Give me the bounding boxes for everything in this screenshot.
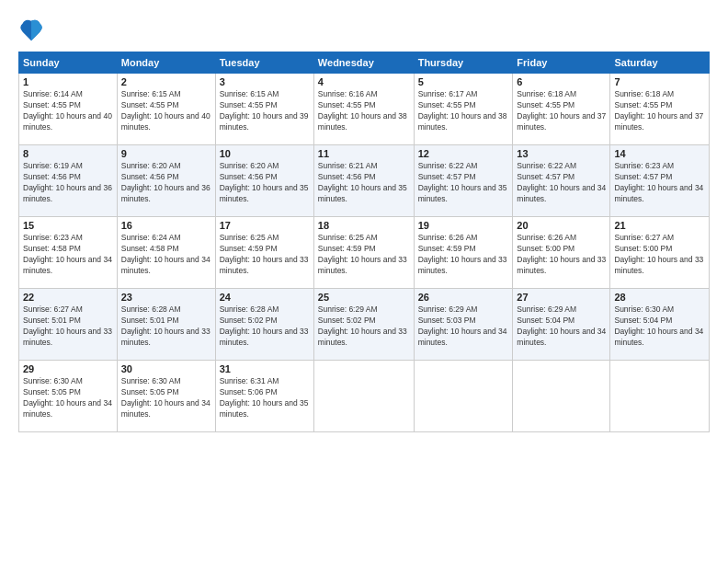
calendar-cell: 18 Sunrise: 6:25 AM Sunset: 4:59 PM Dayl… [313,217,414,289]
day-info: Sunrise: 6:29 AM Sunset: 5:03 PM Dayligh… [418,304,509,349]
logo [18,17,46,42]
calendar-cell: 17 Sunrise: 6:25 AM Sunset: 4:59 PM Dayl… [215,217,313,289]
calendar-cell: 26 Sunrise: 6:29 AM Sunset: 5:03 PM Dayl… [414,289,513,361]
day-number: 4 [318,76,410,87]
day-info: Sunrise: 6:22 AM Sunset: 4:57 PM Dayligh… [418,161,509,205]
day-number: 12 [418,148,509,159]
day-info: Sunrise: 6:21 AM Sunset: 4:56 PM Dayligh… [318,161,410,205]
day-number: 8 [23,148,113,159]
calendar-cell: 15 Sunrise: 6:23 AM Sunset: 4:58 PM Dayl… [19,217,118,289]
calendar-cell: 11 Sunrise: 6:21 AM Sunset: 4:56 PM Dayl… [313,145,414,217]
header-row: SundayMondayTuesdayWednesdayThursdayFrid… [19,52,710,74]
week-row-1: 1 Sunrise: 6:14 AM Sunset: 4:55 PM Dayli… [19,74,710,145]
day-info: Sunrise: 6:30 AM Sunset: 5:04 PM Dayligh… [614,304,705,349]
calendar-cell: 30 Sunrise: 6:30 AM Sunset: 5:05 PM Dayl… [117,361,215,432]
day-number: 29 [23,363,113,374]
day-number: 1 [23,76,113,87]
day-number: 6 [517,76,606,87]
column-header-thursday: Thursday [414,52,513,74]
day-number: 13 [517,148,606,159]
day-number: 21 [614,220,705,231]
day-number: 11 [318,148,410,159]
day-info: Sunrise: 6:15 AM Sunset: 4:55 PM Dayligh… [121,89,211,133]
calendar-cell: 22 Sunrise: 6:27 AM Sunset: 5:01 PM Dayl… [19,289,118,361]
day-number: 14 [614,148,705,159]
day-info: Sunrise: 6:30 AM Sunset: 5:05 PM Dayligh… [23,376,113,420]
header [18,17,710,42]
day-info: Sunrise: 6:20 AM Sunset: 4:56 PM Dayligh… [121,161,211,205]
week-row-4: 22 Sunrise: 6:27 AM Sunset: 5:01 PM Dayl… [19,289,710,361]
calendar-cell: 23 Sunrise: 6:28 AM Sunset: 5:01 PM Dayl… [117,289,215,361]
column-header-friday: Friday [513,52,610,74]
day-info: Sunrise: 6:28 AM Sunset: 5:02 PM Dayligh… [220,304,310,349]
day-number: 15 [23,220,113,231]
calendar-table: SundayMondayTuesdayWednesdayThursdayFrid… [18,52,710,432]
calendar-cell: 20 Sunrise: 6:26 AM Sunset: 5:00 PM Dayl… [513,217,610,289]
week-row-2: 8 Sunrise: 6:19 AM Sunset: 4:56 PM Dayli… [19,145,710,217]
week-row-3: 15 Sunrise: 6:23 AM Sunset: 4:58 PM Dayl… [19,217,710,289]
calendar-cell: 24 Sunrise: 6:28 AM Sunset: 5:02 PM Dayl… [215,289,313,361]
day-info: Sunrise: 6:29 AM Sunset: 5:04 PM Dayligh… [517,304,606,349]
day-number: 26 [418,292,509,303]
day-info: Sunrise: 6:16 AM Sunset: 4:55 PM Dayligh… [318,89,410,133]
day-number: 20 [517,220,606,231]
day-number: 31 [220,363,310,374]
day-number: 24 [220,292,310,303]
day-info: Sunrise: 6:17 AM Sunset: 4:55 PM Dayligh… [418,89,509,133]
calendar-cell: 19 Sunrise: 6:26 AM Sunset: 4:59 PM Dayl… [414,217,513,289]
day-info: Sunrise: 6:31 AM Sunset: 5:06 PM Dayligh… [220,376,310,420]
week-row-5: 29 Sunrise: 6:30 AM Sunset: 5:05 PM Dayl… [19,361,710,432]
calendar-cell: 14 Sunrise: 6:23 AM Sunset: 4:57 PM Dayl… [610,145,710,217]
day-info: Sunrise: 6:24 AM Sunset: 4:58 PM Dayligh… [121,233,211,277]
day-info: Sunrise: 6:18 AM Sunset: 4:55 PM Dayligh… [517,89,606,133]
day-number: 23 [121,292,211,303]
calendar-cell: 21 Sunrise: 6:27 AM Sunset: 5:00 PM Dayl… [610,217,710,289]
day-info: Sunrise: 6:25 AM Sunset: 4:59 PM Dayligh… [318,233,410,277]
day-info: Sunrise: 6:19 AM Sunset: 4:56 PM Dayligh… [23,161,113,205]
column-header-monday: Monday [117,52,215,74]
day-info: Sunrise: 6:27 AM Sunset: 5:00 PM Dayligh… [614,233,705,277]
calendar-cell [313,361,414,432]
calendar-cell: 31 Sunrise: 6:31 AM Sunset: 5:06 PM Dayl… [215,361,313,432]
day-info: Sunrise: 6:20 AM Sunset: 4:56 PM Dayligh… [220,161,310,205]
day-number: 22 [23,292,113,303]
day-info: Sunrise: 6:28 AM Sunset: 5:01 PM Dayligh… [121,304,211,349]
calendar-cell: 13 Sunrise: 6:22 AM Sunset: 4:57 PM Dayl… [513,145,610,217]
calendar-cell: 5 Sunrise: 6:17 AM Sunset: 4:55 PM Dayli… [414,74,513,145]
calendar-cell [610,361,710,432]
day-number: 10 [220,148,310,159]
day-number: 2 [121,76,211,87]
day-info: Sunrise: 6:29 AM Sunset: 5:02 PM Dayligh… [318,304,410,349]
day-number: 28 [614,292,705,303]
column-header-sunday: Sunday [19,52,118,74]
day-info: Sunrise: 6:27 AM Sunset: 5:01 PM Dayligh… [23,304,113,349]
calendar-cell: 3 Sunrise: 6:15 AM Sunset: 4:55 PM Dayli… [215,74,313,145]
day-number: 3 [220,76,310,87]
calendar-cell: 29 Sunrise: 6:30 AM Sunset: 5:05 PM Dayl… [19,361,118,432]
day-number: 7 [614,76,705,87]
calendar-cell: 27 Sunrise: 6:29 AM Sunset: 5:04 PM Dayl… [513,289,610,361]
calendar-cell: 10 Sunrise: 6:20 AM Sunset: 4:56 PM Dayl… [215,145,313,217]
page: SundayMondayTuesdayWednesdayThursdayFrid… [0,0,728,563]
calendar-cell: 8 Sunrise: 6:19 AM Sunset: 4:56 PM Dayli… [19,145,118,217]
day-info: Sunrise: 6:25 AM Sunset: 4:59 PM Dayligh… [220,233,310,277]
day-info: Sunrise: 6:22 AM Sunset: 4:57 PM Dayligh… [517,161,606,205]
calendar-cell: 28 Sunrise: 6:30 AM Sunset: 5:04 PM Dayl… [610,289,710,361]
day-info: Sunrise: 6:26 AM Sunset: 4:59 PM Dayligh… [418,233,509,277]
column-header-wednesday: Wednesday [313,52,414,74]
day-info: Sunrise: 6:18 AM Sunset: 4:55 PM Dayligh… [614,89,705,133]
calendar-cell: 9 Sunrise: 6:20 AM Sunset: 4:56 PM Dayli… [117,145,215,217]
day-info: Sunrise: 6:30 AM Sunset: 5:05 PM Dayligh… [121,376,211,420]
day-info: Sunrise: 6:15 AM Sunset: 4:55 PM Dayligh… [220,89,310,133]
calendar-cell: 2 Sunrise: 6:15 AM Sunset: 4:55 PM Dayli… [117,74,215,145]
logo-icon [18,17,44,42]
day-info: Sunrise: 6:23 AM Sunset: 4:58 PM Dayligh… [23,233,113,277]
column-header-saturday: Saturday [610,52,710,74]
calendar-cell: 4 Sunrise: 6:16 AM Sunset: 4:55 PM Dayli… [313,74,414,145]
day-number: 17 [220,220,310,231]
day-number: 18 [318,220,410,231]
day-number: 19 [418,220,509,231]
day-number: 16 [121,220,211,231]
day-number: 30 [121,363,211,374]
day-number: 5 [418,76,509,87]
